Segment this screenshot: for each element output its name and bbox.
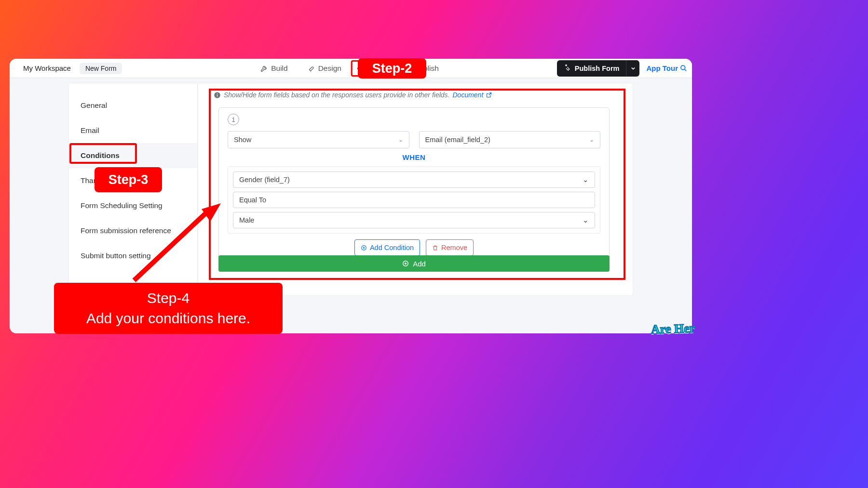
info-icon bbox=[214, 92, 221, 99]
document-link[interactable]: Document bbox=[452, 91, 492, 99]
source-field-select[interactable]: Gender (field_7) ⌄ bbox=[233, 171, 595, 188]
form-name-chip[interactable]: New Form bbox=[80, 63, 122, 74]
header-left: My Workspace New Form bbox=[23, 63, 122, 74]
add-label: Add bbox=[413, 260, 426, 268]
operator-input[interactable]: Equal To bbox=[233, 192, 595, 208]
header-right: Publish Form App Tour bbox=[557, 60, 687, 77]
svg-point-4 bbox=[217, 93, 218, 94]
app-tour-label: App Tour bbox=[646, 64, 678, 72]
nav-build[interactable]: Build bbox=[250, 59, 297, 78]
sidebar-item-general[interactable]: General bbox=[69, 93, 197, 118]
chevron-down-icon bbox=[631, 66, 636, 71]
chevron-down-icon: ⌄ bbox=[589, 136, 594, 143]
watermark-text: Are Her bbox=[651, 321, 695, 337]
nav-design-label: Design bbox=[318, 64, 341, 73]
target-field-select[interactable]: Email (email_field_2) ⌄ bbox=[419, 131, 601, 148]
when-label: WHEN bbox=[228, 153, 600, 161]
chevron-down-icon: ⌄ bbox=[398, 136, 403, 143]
condition-card: 1 Show ⌄ Email (email_field_2) ⌄ WHEN bbox=[218, 107, 610, 265]
app-header: My Workspace New Form Build Design bbox=[10, 59, 692, 78]
chevron-down-icon: ⌄ bbox=[583, 216, 589, 224]
callout-step-3: Step-3 bbox=[95, 167, 162, 192]
remove-button[interactable]: Remove bbox=[426, 239, 474, 256]
trash-icon bbox=[432, 245, 438, 251]
app-tour-link[interactable]: App Tour bbox=[646, 64, 687, 72]
callout-step-2: Step-2 bbox=[358, 58, 426, 79]
target-field-value: Email (email_field_2) bbox=[425, 136, 490, 144]
document-link-label: Document bbox=[452, 91, 483, 99]
condition-number-badge: 1 bbox=[228, 114, 239, 125]
callout-step-4: Step-4 Add your conditions here. bbox=[54, 283, 283, 334]
external-link-icon bbox=[486, 92, 492, 98]
workspace-label[interactable]: My Workspace bbox=[23, 64, 71, 72]
page-background: My Workspace New Form Build Design bbox=[0, 0, 868, 488]
callout-step-4-subtitle: Add your conditions here. bbox=[86, 308, 250, 329]
main-panel: Show/Hide form fields based on the respo… bbox=[198, 83, 633, 296]
value-select[interactable]: Male ⌄ bbox=[233, 212, 595, 228]
add-button[interactable]: Add bbox=[218, 255, 610, 272]
publish-caret[interactable] bbox=[626, 60, 639, 77]
search-icon bbox=[680, 65, 687, 72]
plus-circle-icon bbox=[402, 260, 409, 267]
chevron-down-icon: ⌄ bbox=[583, 176, 589, 184]
add-condition-label: Add Condition bbox=[370, 244, 414, 251]
action-select-value: Show bbox=[234, 136, 251, 144]
callout-step-4-title: Step-4 bbox=[147, 288, 190, 308]
pointer-icon bbox=[564, 64, 571, 73]
arrow-annotation bbox=[124, 203, 231, 285]
callout-step-2-text: Step-2 bbox=[372, 61, 412, 76]
callout-step-3-text: Step-3 bbox=[108, 172, 149, 187]
nav-design[interactable]: Design bbox=[298, 59, 351, 78]
sidebar-item-email[interactable]: Email bbox=[69, 118, 197, 143]
publish-form-button[interactable]: Publish Form bbox=[557, 60, 640, 77]
app-window: My Workspace New Form Build Design bbox=[10, 59, 692, 333]
plus-circle-icon bbox=[361, 245, 367, 251]
wrench-icon bbox=[260, 65, 268, 72]
svg-marker-7 bbox=[202, 203, 221, 222]
svg-rect-3 bbox=[217, 94, 217, 96]
operator-value: Equal To bbox=[239, 196, 266, 204]
info-text: Show/Hide form fields based on the respo… bbox=[224, 91, 449, 99]
add-condition-button[interactable]: Add Condition bbox=[354, 239, 420, 256]
svg-point-1 bbox=[681, 66, 685, 70]
info-row: Show/Hide form fields based on the respo… bbox=[214, 91, 619, 99]
source-field-value: Gender (field_7) bbox=[239, 176, 290, 184]
conditions-highlight-box bbox=[69, 143, 137, 164]
publish-main[interactable]: Publish Form bbox=[557, 64, 626, 73]
condition-actions: Add Condition Remove bbox=[228, 239, 600, 256]
rule-box: Gender (field_7) ⌄ Equal To Male ⌄ bbox=[228, 166, 600, 234]
brush-icon bbox=[307, 65, 315, 72]
publish-label: Publish Form bbox=[575, 65, 620, 72]
value-select-value: Male bbox=[239, 216, 254, 224]
nav-build-label: Build bbox=[271, 64, 287, 73]
action-select[interactable]: Show ⌄ bbox=[228, 131, 409, 148]
remove-label: Remove bbox=[441, 244, 467, 251]
